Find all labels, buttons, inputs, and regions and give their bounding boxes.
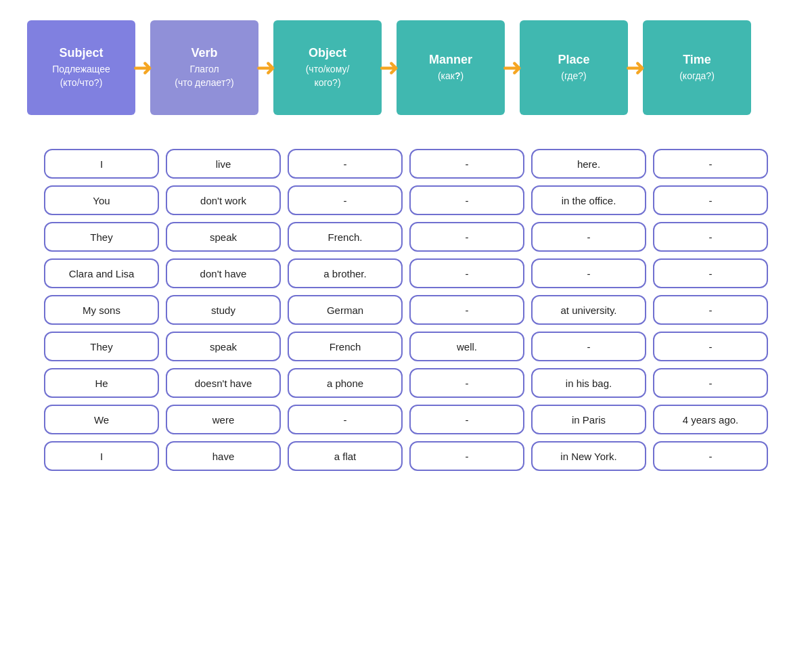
- cell-r6-c0: He: [44, 368, 159, 398]
- object-title: Object: [309, 46, 346, 60]
- cell-r1-c1: don't work: [166, 185, 281, 215]
- manner-title: Manner: [429, 53, 472, 67]
- cell-r1-c0: You: [44, 185, 159, 215]
- table-row: Ilive--here.-: [20, 149, 792, 179]
- time-card: Time (когда?): [643, 20, 751, 115]
- cell-r6-c2: a phone: [288, 368, 403, 398]
- cell-r6-c4: in his bag.: [531, 368, 646, 398]
- cell-r7-c0: We: [44, 405, 159, 434]
- cell-r4-c4: at university.: [531, 295, 646, 325]
- cell-r1-c5: -: [653, 185, 768, 215]
- cell-r5-c3: well.: [409, 332, 524, 361]
- cell-r2-c3: -: [409, 222, 524, 252]
- table-row: Wewere--in Paris4 years ago.: [20, 405, 792, 434]
- verb-title: Verb: [191, 46, 217, 60]
- cell-r8-c5: -: [653, 441, 768, 471]
- cell-r0-c4: here.: [531, 149, 646, 179]
- cell-r2-c4: -: [531, 222, 646, 252]
- cell-r5-c1: speak: [166, 332, 281, 361]
- cell-r7-c2: -: [288, 405, 403, 434]
- cell-r3-c0: Clara and Lisa: [44, 258, 159, 288]
- time-title: Time: [683, 53, 711, 67]
- cell-r4-c3: -: [409, 295, 524, 325]
- cell-r0-c5: -: [653, 149, 768, 179]
- cell-r6-c3: -: [409, 368, 524, 398]
- cell-r2-c5: -: [653, 222, 768, 252]
- table-row: Clara and Lisadon't havea brother.---: [20, 258, 792, 288]
- cell-r5-c0: They: [44, 332, 159, 361]
- arrow-3: ➜: [379, 53, 399, 82]
- cell-r0-c0: I: [44, 149, 159, 179]
- subject-title: Subject: [59, 46, 103, 60]
- time-subtitle: (когда?): [679, 70, 715, 83]
- table-row: Youdon't work--in the office.-: [20, 185, 792, 215]
- arrow-2: ➜: [256, 53, 276, 82]
- subject-card: Subject Подлежащее(кто/что?): [27, 20, 135, 115]
- cell-r7-c3: -: [409, 405, 524, 434]
- cell-r3-c3: -: [409, 258, 524, 288]
- cell-r8-c3: -: [409, 441, 524, 471]
- cell-r0-c3: -: [409, 149, 524, 179]
- cell-r2-c2: French.: [288, 222, 403, 252]
- cell-r3-c2: a brother.: [288, 258, 403, 288]
- cell-r0-c2: -: [288, 149, 403, 179]
- arrow-4: ➜: [502, 53, 522, 82]
- verb-subtitle: Глагол(что делает?): [175, 63, 234, 89]
- cell-r8-c0: I: [44, 441, 159, 471]
- cell-r5-c4: -: [531, 332, 646, 361]
- cell-r6-c5: -: [653, 368, 768, 398]
- arrow-1: ➜: [133, 53, 153, 82]
- cell-r4-c1: study: [166, 295, 281, 325]
- cell-r2-c1: speak: [166, 222, 281, 252]
- table-row: Hedoesn't havea phone-in his bag.-: [20, 368, 792, 398]
- place-card: Place (где?): [520, 20, 628, 115]
- cell-r8-c2: a flat: [288, 441, 403, 471]
- table-row: My sonsstudyGerman-at university.-: [20, 295, 792, 325]
- cell-r3-c1: don't have: [166, 258, 281, 288]
- place-title: Place: [558, 53, 589, 67]
- object-subtitle: (что/кому/кого?): [306, 63, 350, 89]
- cell-r7-c5: 4 years ago.: [653, 405, 768, 434]
- cell-r7-c1: were: [166, 405, 281, 434]
- cell-r4-c0: My sons: [44, 295, 159, 325]
- sentence-table: Ilive--here.-Youdon't work--in the offic…: [14, 149, 798, 471]
- cell-r8-c1: have: [166, 441, 281, 471]
- cell-r6-c1: doesn't have: [166, 368, 281, 398]
- cell-r4-c2: German: [288, 295, 403, 325]
- cell-r5-c2: French: [288, 332, 403, 361]
- subject-subtitle: Подлежащее(кто/что?): [52, 63, 110, 89]
- cell-r1-c2: -: [288, 185, 403, 215]
- manner-card: Manner (как?): [397, 20, 505, 115]
- table-row: TheyspeakFrench.---: [20, 222, 792, 252]
- manner-subtitle: (как?): [438, 70, 464, 83]
- place-subtitle: (где?): [561, 70, 587, 83]
- cell-r8-c4: in New York.: [531, 441, 646, 471]
- cell-r3-c5: -: [653, 258, 768, 288]
- header-section: Subject Подлежащее(кто/что?) ➜ Verb Глаг…: [14, 14, 798, 122]
- cell-r0-c1: live: [166, 149, 281, 179]
- table-row: TheyspeakFrenchwell.--: [20, 332, 792, 361]
- verb-card: Verb Глагол(что делает?): [150, 20, 258, 115]
- table-row: Ihavea flat-in New York.-: [20, 441, 792, 471]
- cell-r1-c4: in the office.: [531, 185, 646, 215]
- cell-r7-c4: in Paris: [531, 405, 646, 434]
- cell-r3-c4: -: [531, 258, 646, 288]
- cell-r4-c5: -: [653, 295, 768, 325]
- object-card: Object (что/кому/кого?): [273, 20, 382, 115]
- cell-r1-c3: -: [409, 185, 524, 215]
- cell-r2-c0: They: [44, 222, 159, 252]
- arrow-5: ➜: [625, 53, 646, 82]
- cell-r5-c5: -: [653, 332, 768, 361]
